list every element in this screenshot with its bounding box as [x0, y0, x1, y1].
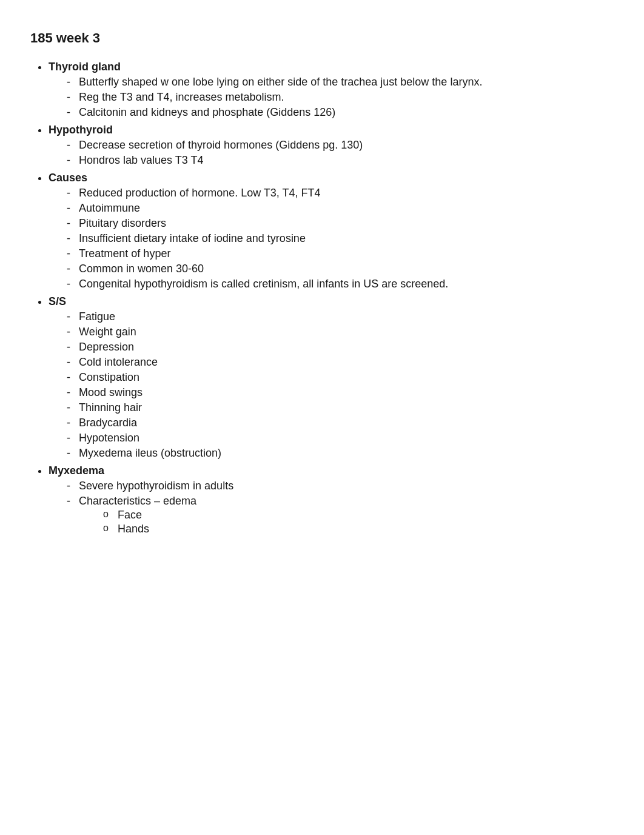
list-item: Constipation	[67, 371, 614, 384]
list-item-causes: Causes Reduced production of hormone. Lo…	[49, 172, 614, 290]
list-item-cold-intolerance: Cold intolerance	[67, 356, 614, 369]
section-label-ss: S/S	[49, 295, 66, 307]
list-item-ss: S/S Fatigue Weight gain Depression Cold …	[49, 295, 614, 460]
list-item: Calcitonin and kidneys and phosphate (Gi…	[67, 106, 614, 119]
list-item-myxedema: Myxedema Severe hypothyroidism in adults…	[49, 464, 614, 535]
section-label-thyroid: Thyroid gland	[49, 61, 121, 73]
main-list: Thyroid gland Butterfly shaped w one lob…	[30, 61, 614, 535]
section-label-hypothyroid: Hypothyroid	[49, 124, 113, 136]
list-item: Reg the T3 and T4, increases metabolism.	[67, 91, 614, 104]
list-item: Pituitary disorders	[67, 217, 614, 230]
list-item: Autoimmune	[67, 202, 614, 215]
sub-list-ss: Fatigue Weight gain Depression Cold into…	[49, 310, 614, 460]
list-item: Myxedema ileus (obstruction)	[67, 447, 614, 460]
sub-list-causes: Reduced production of hormone. Low T3, T…	[49, 187, 614, 290]
list-item-hands: Hands	[103, 523, 614, 535]
list-item: Hypotension	[67, 432, 614, 444]
list-item-characteristics-edema: Characteristics – edema Face Hands	[67, 495, 614, 535]
sub-list-myxedema: Severe hypothyroidism in adults Characte…	[49, 480, 614, 535]
list-item: Bradycardia	[67, 417, 614, 429]
list-item-face: Face	[103, 509, 614, 521]
list-item: Mood swings	[67, 386, 614, 399]
sub-sub-list-edema: Face Hands	[79, 509, 614, 535]
list-item: Insufficient dietary intake of iodine an…	[67, 232, 614, 245]
list-item: Hondros lab values T3 T4	[67, 154, 614, 167]
list-item: Depression	[67, 341, 614, 354]
characteristics-edema-label: Characteristics – edema	[79, 495, 196, 507]
list-item-treatment-hyper: Treatment of hyper	[67, 247, 614, 260]
page-title: 185 week 3	[30, 30, 614, 46]
list-item: Butterfly shaped w one lobe lying on eit…	[67, 76, 614, 89]
list-item: Decrease secretion of thyroid hormones (…	[67, 139, 614, 152]
list-item: Reduced production of hormone. Low T3, T…	[67, 187, 614, 200]
list-item-thyroid: Thyroid gland Butterfly shaped w one lob…	[49, 61, 614, 119]
list-item: Common in women 30-60	[67, 263, 614, 275]
list-item: Severe hypothyroidism in adults	[67, 480, 614, 492]
section-label-causes: Causes	[49, 172, 87, 184]
list-item: Congenital hypothyroidism is called cret…	[67, 278, 614, 290]
sub-list-thyroid: Butterfly shaped w one lobe lying on eit…	[49, 76, 614, 119]
list-item-thinning-hair: Thinning hair	[67, 401, 614, 414]
section-label-myxedema: Myxedema	[49, 464, 104, 477]
list-item: Fatigue	[67, 310, 614, 323]
list-item-hypothyroid: Hypothyroid Decrease secretion of thyroi…	[49, 124, 614, 167]
sub-list-hypothyroid: Decrease secretion of thyroid hormones (…	[49, 139, 614, 167]
list-item: Weight gain	[67, 326, 614, 338]
